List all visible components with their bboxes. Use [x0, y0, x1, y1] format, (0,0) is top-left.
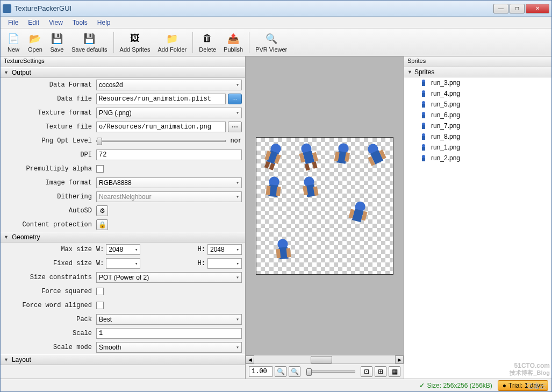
save-defaults-button[interactable]: 💾Save defaults: [68, 30, 111, 55]
dpi-input[interactable]: [96, 149, 242, 160]
menu-file[interactable]: File: [4, 18, 23, 27]
texture-format-select[interactable]: PNG (.png): [96, 108, 242, 118]
svg-rect-47: [422, 136, 425, 140]
output-section-header[interactable]: ▼Output: [1, 67, 245, 78]
scroll-left-icon[interactable]: ◀: [246, 355, 254, 364]
add-sprites-button[interactable]: 🖼Add Sprites: [116, 30, 154, 55]
new-button[interactable]: 📄New: [3, 30, 24, 55]
sprite-list-item[interactable]: run_4.png: [404, 88, 551, 99]
scale-mode-select[interactable]: Smooth: [96, 342, 242, 353]
size-constraints-select[interactable]: POT (Power of 2): [96, 272, 242, 283]
premultiply-checkbox[interactable]: [96, 165, 104, 173]
menu-edit[interactable]: Edit: [24, 18, 44, 27]
data-file-input[interactable]: [96, 94, 226, 104]
png-opt-slider[interactable]: [96, 140, 226, 142]
sprite-list-item[interactable]: run_3.png: [404, 77, 551, 88]
fixed-width-input[interactable]: [106, 258, 140, 269]
data-format-select[interactable]: cocos2d: [96, 80, 242, 90]
sprite-list-item[interactable]: run_8.png: [404, 131, 551, 142]
horizontal-scrollbar[interactable]: ◀ ▶: [246, 355, 404, 364]
svg-rect-10: [305, 163, 310, 170]
statusbar: Size: 256x256 (256kB) Trial: 1 days: [1, 379, 551, 391]
png-opt-label: Png Opt Level: [4, 137, 94, 145]
triangle-down-icon: ▼: [4, 234, 9, 240]
sprite-frame: [291, 169, 329, 207]
svg-rect-22: [266, 186, 271, 195]
menu-view[interactable]: View: [45, 18, 67, 27]
zoom-controls: 🔍 🔍 ⊡ ⊞ ▦: [246, 364, 404, 379]
trial-badge[interactable]: Trial: 1 days: [498, 380, 548, 391]
sprite-frame: [354, 133, 397, 176]
folder-add-icon: 📁: [166, 32, 178, 45]
zoom-slider[interactable]: [306, 370, 355, 373]
zoom-out-button[interactable]: 🔍: [275, 366, 286, 377]
sprite-list-item[interactable]: run_7.png: [404, 120, 551, 131]
menu-tools[interactable]: Tools: [68, 18, 92, 27]
sprite-thumbnail-icon: [419, 122, 428, 130]
add-folder-button[interactable]: 📁Add Folder: [154, 30, 190, 55]
sprite-thumbnail-icon: [419, 154, 428, 162]
scroll-thumb[interactable]: [311, 356, 332, 364]
save-button[interactable]: 💾Save: [46, 30, 68, 55]
autosd-button[interactable]: ⚙: [96, 205, 108, 216]
content-protection-label: Content protection: [4, 221, 94, 229]
fixed-height-input[interactable]: [207, 258, 242, 269]
sprite-thumbnail-icon: [419, 143, 428, 152]
max-height-input[interactable]: 2048: [207, 244, 242, 255]
publish-button[interactable]: 📤Publish: [220, 30, 247, 55]
maximize-button[interactable]: □: [510, 4, 525, 13]
minimize-button[interactable]: —: [493, 4, 508, 13]
browse-texture-file-button[interactable]: ⋯: [228, 122, 242, 132]
sprite-list-item[interactable]: run_5.png: [404, 99, 551, 110]
zoom-out-icon: 🔍: [277, 368, 285, 375]
settings-panel: TextureSettings ▼Output Data Formatcocos…: [1, 56, 246, 379]
layout-section-header[interactable]: ▼Layout: [1, 354, 245, 365]
sprites-title: Sprites: [404, 56, 551, 67]
sprite-filename: run_7.png: [431, 122, 460, 130]
lock-icon: 🔒: [98, 221, 106, 229]
data-format-label: Data Format: [4, 81, 94, 89]
sprite-frame: [256, 170, 291, 205]
image-format-select[interactable]: RGBA8888: [96, 177, 242, 188]
scale-input[interactable]: [96, 328, 242, 339]
geometry-section-header[interactable]: ▼Geometry: [1, 232, 245, 243]
sprite-list-item[interactable]: run_2.png: [404, 153, 551, 163]
image-format-label: Image format: [4, 179, 94, 187]
scroll-right-icon[interactable]: ▶: [395, 355, 404, 364]
zoom-misc-button[interactable]: ▦: [389, 366, 400, 377]
content-protection-button[interactable]: 🔒: [96, 219, 108, 230]
sprite-filename: run_5.png: [431, 101, 460, 108]
sprites-group[interactable]: ▼Sprites: [404, 67, 551, 77]
sprite-filename: run_8.png: [431, 133, 460, 140]
texture-file-input[interactable]: [96, 122, 226, 132]
force-word-checkbox[interactable]: [96, 302, 104, 309]
zoom-100-button[interactable]: ⊞: [375, 366, 386, 377]
preview-panel: ◀ ▶ 🔍 🔍 ⊡ ⊞ ▦: [246, 56, 404, 379]
sprite-frame: [339, 193, 378, 232]
close-button[interactable]: ✕: [526, 4, 549, 13]
max-width-input[interactable]: 2048: [106, 244, 140, 255]
triangle-down-icon: ▼: [4, 70, 9, 75]
floppy-icon: 💾: [51, 32, 63, 45]
triangle-down-icon: ▼: [407, 69, 412, 75]
status-size: Size: 256x256 (256kB): [419, 382, 492, 389]
autosd-label: AutoSD: [4, 207, 94, 215]
sprite-list-item[interactable]: run_6.png: [404, 110, 551, 120]
separator: [192, 32, 193, 53]
folder-open-icon: 📂: [28, 32, 41, 45]
force-squared-checkbox[interactable]: [96, 288, 104, 295]
pack-select[interactable]: Best: [96, 314, 242, 325]
dithering-select[interactable]: NearestNeighbour: [96, 191, 242, 202]
browse-data-file-button[interactable]: ⋯: [228, 94, 242, 104]
delete-button[interactable]: 🗑Delete: [195, 30, 220, 55]
pvr-viewer-button[interactable]: 🔍PVR Viewer: [252, 30, 291, 55]
toolbar: 📄New 📂Open 💾Save 💾Save defaults 🖼Add Spr…: [1, 28, 551, 56]
floppy-list-icon: 💾: [83, 32, 96, 45]
open-button[interactable]: 📂Open: [24, 30, 46, 55]
zoom-value-input[interactable]: [249, 366, 273, 377]
force-word-label: Force word aligned: [4, 302, 94, 309]
menu-help[interactable]: Help: [93, 18, 115, 27]
sprite-list-item[interactable]: run_1.png: [404, 142, 551, 153]
zoom-in-button[interactable]: 🔍: [289, 366, 300, 377]
zoom-fit-button[interactable]: ⊡: [361, 366, 372, 377]
